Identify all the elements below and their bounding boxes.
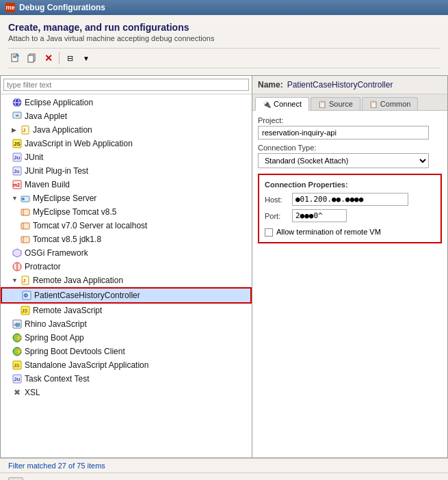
- svg-text:J: J: [23, 127, 25, 133]
- project-input[interactable]: [258, 126, 429, 139]
- help-button[interactable]: ?: [8, 477, 23, 480]
- rhino-icon: 🦏: [12, 319, 23, 330]
- svg-point-22: [22, 198, 25, 200]
- standalone-js-label: Standalone JavaScript Application: [25, 360, 148, 370]
- tree-list: Eclipse Application ☕ Java Applet ▶ J Ja…: [1, 94, 252, 457]
- svg-text:JS: JS: [14, 141, 21, 147]
- connection-props-box: Connection Properties: Host: Port: Allow…: [258, 174, 442, 243]
- osgi-icon: [12, 248, 23, 258]
- copy-config-button[interactable]: [25, 51, 40, 66]
- junit-plugin-label: JUnit Plug-in Test: [25, 166, 88, 176]
- js-web-label: JavaScript in Web Application: [25, 139, 133, 148]
- tree-item-js-web[interactable]: JS JavaScript in Web Application: [1, 137, 252, 150]
- app-icon: me: [5, 3, 15, 12]
- connection-type-select[interactable]: Standard (Socket Attach): [258, 153, 429, 168]
- myeclipse-server-label: MyEclipse Server: [33, 194, 96, 203]
- svg-text:m2: m2: [13, 183, 20, 187]
- tab-source[interactable]: 📋 Source: [311, 97, 360, 110]
- tree-item-tomcat-85-jdk[interactable]: Tomcat v8.5 jdk1.8: [1, 232, 252, 246]
- tree-item-remote-js[interactable]: JS Remote JavaScript: [1, 304, 252, 317]
- tree-item-remote-java[interactable]: ▼ J Remote Java Application: [1, 274, 252, 287]
- tree-item-xsl[interactable]: ✖ XSL: [1, 386, 252, 399]
- xsl-icon: ✖: [12, 387, 23, 398]
- tree-item-myeclipse-server[interactable]: ▼ MyEclipse Server: [1, 191, 252, 205]
- tree-item-junit[interactable]: Ju JUnit: [1, 150, 252, 164]
- port-label: Port:: [265, 212, 292, 220]
- tab-common[interactable]: 📋 Common: [362, 97, 419, 110]
- tree-item-eclipse-app[interactable]: Eclipse Application: [1, 96, 252, 109]
- junit-icon: Ju: [12, 152, 23, 163]
- tree-item-java-app[interactable]: ▶ J Java Application: [1, 123, 252, 137]
- patient-controller-label: PatientCaseHistoryController: [34, 291, 140, 300]
- java-applet-label: Java Applet: [25, 111, 67, 121]
- remote-java-expand: ▼: [12, 277, 18, 284]
- tab-connect[interactable]: 🔌 Connect: [255, 97, 309, 111]
- bottom-bar: ?: [0, 472, 448, 480]
- new-config-button[interactable]: [8, 51, 23, 66]
- java-app-expand: ▶: [12, 126, 18, 133]
- tree-item-protractor[interactable]: Protractor: [1, 260, 252, 274]
- tomcat-70-icon: [20, 220, 31, 231]
- java-app-label: Java Application: [33, 125, 92, 135]
- tomcat-85-icon: [20, 206, 31, 217]
- maven-icon: m2: [12, 179, 23, 190]
- junit-label: JUnit: [25, 152, 43, 162]
- svg-rect-23: [21, 209, 29, 215]
- allow-termination-checkbox[interactable]: [265, 228, 273, 237]
- tree-item-standalone-js[interactable]: JS Standalone JavaScript Application: [1, 358, 252, 372]
- svg-marker-29: [13, 249, 21, 257]
- svg-text:JS: JS: [22, 308, 28, 313]
- name-value: PatientCaseHistoryController: [287, 80, 393, 90]
- left-panel: Eclipse Application ☕ Java Applet ▶ J Ja…: [1, 76, 252, 457]
- svg-text:J: J: [23, 278, 25, 284]
- tomcat-85-label: MyEclipse Tomcat v8.5: [33, 207, 117, 217]
- allow-termination-row: Allow termination of remote VM: [265, 228, 435, 237]
- filter-dropdown-button[interactable]: ▼: [79, 51, 94, 66]
- page-subtitle: Attach to a Java virtual machine accepti…: [8, 34, 440, 42]
- task-context-label: Task Context Test: [25, 374, 90, 384]
- tree-item-patient-controller[interactable]: ⚙ PatientCaseHistoryController: [1, 287, 252, 304]
- svg-text:🦏: 🦏: [14, 321, 21, 328]
- tree-item-tomcat-85[interactable]: MyEclipse Tomcat v8.5: [1, 205, 252, 219]
- connect-tab-label: Connect: [274, 100, 302, 108]
- svg-rect-25: [21, 223, 29, 229]
- title-bar-text: Debug Configurations: [19, 3, 105, 12]
- junit-plugin-icon: Ju: [12, 165, 23, 176]
- remote-js-icon: JS: [20, 305, 31, 316]
- eclipse-app-label: Eclipse Application: [25, 98, 93, 107]
- host-label: Host:: [265, 196, 292, 204]
- spring-boot-icon: ⚡: [12, 332, 23, 343]
- tree-item-java-applet[interactable]: ☕ Java Applet: [1, 109, 252, 123]
- patient-controller-icon: ⚙: [21, 290, 32, 301]
- tree-item-osgi[interactable]: OSGi Framework: [1, 246, 252, 260]
- tree-item-maven[interactable]: m2 Maven Build: [1, 178, 252, 191]
- tomcat-85-jdk-icon: [20, 234, 31, 245]
- port-row: Port:: [265, 209, 435, 222]
- tomcat-85-jdk-label: Tomcat v8.5 jdk1.8: [33, 235, 101, 244]
- tree-item-rhino[interactable]: 🦏 Rhino JavaScript: [1, 317, 252, 331]
- spring-devtools-icon: ⚡: [12, 346, 23, 357]
- name-label: Name:: [258, 80, 283, 90]
- port-input[interactable]: [292, 209, 347, 222]
- tree-item-tomcat-70[interactable]: Tomcat v7.0 Server at localhost: [1, 219, 252, 232]
- title-bar: me Debug Configurations: [0, 0, 448, 15]
- toolbar: ✕ ⊟ ▼: [8, 48, 440, 68]
- tree-item-spring-boot[interactable]: ⚡ Spring Boot App: [1, 331, 252, 345]
- host-row: Host:: [265, 193, 435, 206]
- delete-config-button[interactable]: ✕: [41, 51, 56, 66]
- svg-text:Ju: Ju: [14, 155, 20, 161]
- java-applet-icon: ☕: [12, 111, 23, 122]
- rhino-label: Rhino JavaScript: [25, 319, 87, 329]
- protractor-icon: [12, 261, 23, 272]
- collapse-all-button[interactable]: ⊟: [62, 51, 77, 66]
- connect-tab-icon: 🔌: [263, 101, 271, 108]
- common-tab-icon: 📋: [369, 101, 378, 108]
- tree-item-spring-devtools[interactable]: ⚡ Spring Boot Devtools Client: [1, 345, 252, 358]
- connection-type-field-row: Connection Type: Standard (Socket Attach…: [258, 144, 442, 168]
- host-input[interactable]: [292, 193, 408, 206]
- myeclipse-server-icon: [20, 193, 31, 204]
- name-bar: Name: PatientCaseHistoryController: [252, 76, 447, 94]
- tree-item-junit-plugin[interactable]: Ju JUnit Plug-in Test: [1, 164, 252, 178]
- filter-input[interactable]: [3, 79, 249, 91]
- tree-item-task-context[interactable]: Ju Task Context Test: [1, 372, 252, 386]
